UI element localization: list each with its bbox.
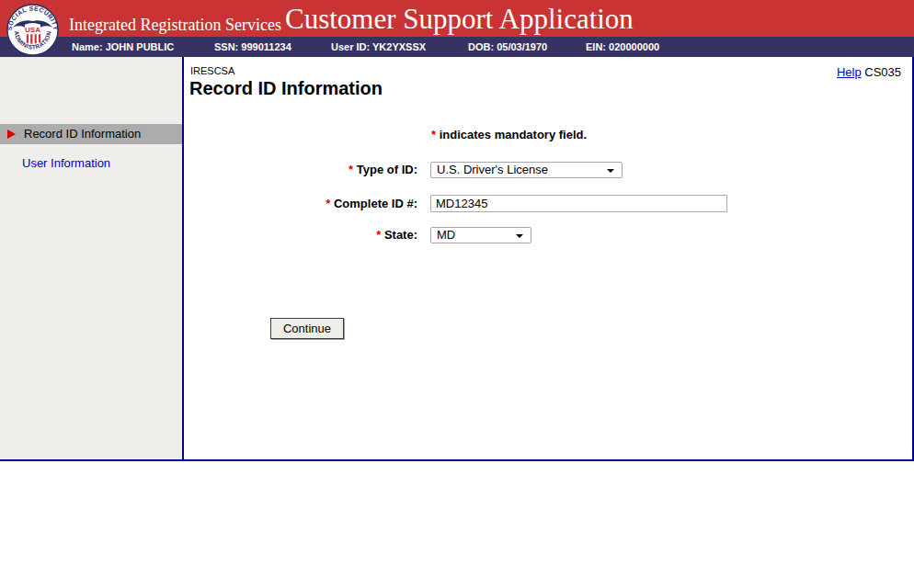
mandatory-field-note: * indicates mandatory field.: [431, 128, 587, 141]
user-id: User ID: YK2YXSSX: [331, 37, 426, 57]
sidebar-item-label: Record ID Information: [24, 124, 141, 144]
asterisk-icon: *: [431, 128, 436, 141]
required-asterisk: *: [348, 163, 353, 176]
continue-button[interactable]: Continue: [270, 318, 344, 339]
app-window: Integrated Registration Services Custome…: [0, 0, 914, 588]
seal-usa-text: USA: [25, 26, 40, 34]
required-asterisk: *: [326, 197, 330, 210]
mandatory-note-text: indicates mandatory field.: [440, 128, 587, 141]
app-subtitle: Integrated Registration Services: [69, 16, 281, 35]
user-dob: DOB: 05/03/1970: [468, 37, 547, 57]
dropdown-caret-icon: [516, 234, 523, 238]
user-name: Name: JOHN PUBLIC: [72, 37, 174, 57]
ssa-seal-icon: SOCIAL SECURITY ADMINISTRATION USA: [6, 4, 59, 56]
header-bar: Integrated Registration Services Custome…: [0, 0, 914, 37]
ssa-seal-logo: SOCIAL SECURITY ADMINISTRATION USA: [6, 4, 59, 56]
state-label: * State:: [186, 227, 417, 243]
sidebar-nav: CSA Home User Information Record ID Info…: [0, 57, 184, 461]
complete-id-input[interactable]: [430, 195, 727, 212]
page-code: CS035: [864, 65, 901, 79]
user-ssn: SSN: 999011234: [214, 37, 291, 57]
app-title: Customer Support Application: [285, 3, 634, 36]
active-item-arrow-icon: [7, 130, 16, 139]
type-of-id-select[interactable]: U.S. Driver's License: [430, 162, 623, 178]
help-zone: Help CS035: [837, 65, 901, 79]
page-title: Record ID Information: [189, 78, 383, 99]
complete-id-label: * Complete ID #:: [186, 195, 417, 212]
state-value: MD: [437, 228, 455, 242]
main-content: IRESCSA Record ID Information Help CS035…: [186, 57, 912, 461]
required-asterisk: *: [376, 228, 381, 242]
help-link[interactable]: Help: [837, 65, 862, 79]
breadcrumb: IRESCSA: [190, 65, 234, 76]
type-of-id-label: * Type of ID:: [186, 162, 417, 178]
content-bottom-border: [0, 459, 914, 461]
dropdown-caret-icon: [607, 169, 614, 173]
sidebar-item-user-information[interactable]: User Information: [22, 156, 110, 170]
user-info-bar: Name: JOHN PUBLIC SSN: 999011234 User ID…: [0, 37, 914, 57]
user-ein: EIN: 020000000: [586, 37, 659, 57]
type-of-id-value: U.S. Driver's License: [437, 163, 548, 176]
sidebar-item-record-id-information[interactable]: Record ID Information: [0, 124, 182, 144]
state-select[interactable]: MD: [430, 227, 531, 243]
